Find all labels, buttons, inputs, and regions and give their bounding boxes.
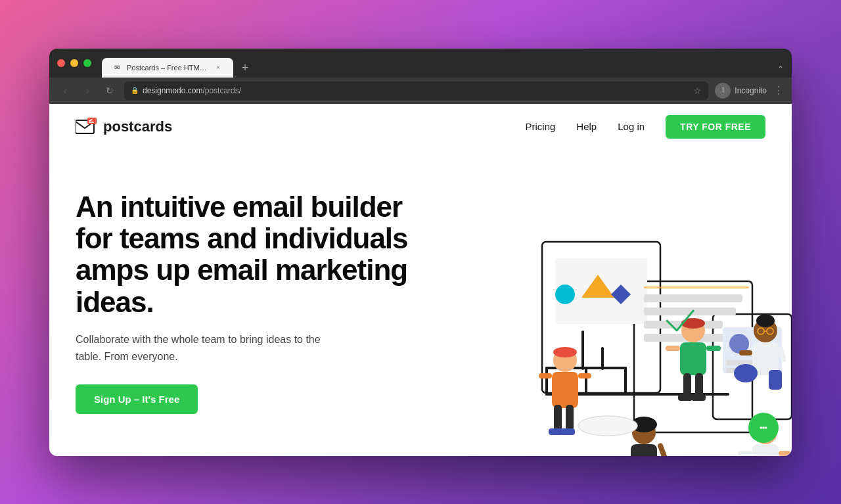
svg-rect-28 xyxy=(552,372,578,408)
svg-rect-42 xyxy=(666,346,680,351)
svg-point-51 xyxy=(756,314,775,327)
svg-rect-21 xyxy=(585,367,587,396)
svg-point-27 xyxy=(553,347,577,357)
svg-rect-40 xyxy=(678,394,693,401)
browser-tab[interactable]: ✉ Postcards – Free HTML Email × xyxy=(102,58,233,78)
traffic-lights xyxy=(57,59,91,67)
chat-icon xyxy=(756,421,771,435)
lock-icon: 🔒 xyxy=(131,87,139,94)
svg-rect-57 xyxy=(769,370,782,390)
svg-rect-34 xyxy=(578,373,591,378)
svg-rect-43 xyxy=(706,346,721,351)
tab-favicon: ✉ xyxy=(112,63,122,72)
svg-rect-1 xyxy=(87,118,97,124)
forward-button[interactable]: › xyxy=(80,83,95,99)
bookmark-button[interactable]: ☆ xyxy=(693,85,702,96)
refresh-button[interactable]: ↻ xyxy=(102,83,118,99)
address-field[interactable]: 🔒 designmodo.com/postcards/ ☆ xyxy=(124,81,708,100)
svg-rect-14 xyxy=(644,286,749,288)
svg-rect-69 xyxy=(779,451,790,456)
svg-rect-62 xyxy=(752,444,779,456)
svg-rect-30 xyxy=(566,405,574,431)
svg-point-72 xyxy=(760,426,763,429)
login-link[interactable]: Log in xyxy=(618,121,645,132)
svg-rect-46 xyxy=(631,444,657,456)
logo[interactable]: postcards xyxy=(76,118,172,136)
hero-title: An intuitive email builder for teams and… xyxy=(76,191,417,319)
tab-list-chevron[interactable]: ⌃ xyxy=(777,64,784,74)
signup-button[interactable]: Sign Up – It's Free xyxy=(76,384,198,414)
nav-links: Pricing Help Log in TRY FOR FREE xyxy=(526,115,766,139)
address-text: designmodo.com/postcards/ xyxy=(143,86,241,95)
back-button[interactable]: ‹ xyxy=(57,83,73,99)
tab-close-button[interactable]: × xyxy=(214,63,223,72)
hero-content: An intuitive email builder for teams and… xyxy=(76,191,417,415)
logo-text: postcards xyxy=(103,118,172,135)
pricing-link[interactable]: Pricing xyxy=(526,121,556,132)
hero-section: An intuitive email builder for teams and… xyxy=(49,150,792,456)
svg-rect-32 xyxy=(560,428,575,435)
profile-label: Incognito xyxy=(735,86,767,95)
logo-icon xyxy=(76,118,98,136)
minimize-button[interactable] xyxy=(70,59,78,67)
illustration-svg xyxy=(411,150,792,456)
svg-rect-22 xyxy=(624,367,627,396)
svg-rect-20 xyxy=(545,367,548,396)
more-options-button[interactable]: ⋮ xyxy=(773,84,784,97)
svg-rect-68 xyxy=(738,451,752,456)
browser-window: ✉ Postcards – Free HTML Email × + ⌃ ‹ › … xyxy=(49,49,792,456)
avatar: I xyxy=(715,83,731,99)
hero-illustration xyxy=(411,150,792,456)
svg-point-73 xyxy=(762,426,765,429)
new-tab-button[interactable]: + xyxy=(236,59,254,78)
try-free-button[interactable]: TRY FOR FREE xyxy=(666,115,765,139)
svg-rect-41 xyxy=(691,394,706,401)
svg-rect-33 xyxy=(539,373,552,378)
svg-rect-58 xyxy=(739,350,752,355)
page-content: postcards Pricing Help Log in TRY FOR FR… xyxy=(49,104,792,456)
svg-point-7 xyxy=(555,285,575,304)
hero-subtitle: Collaborate with the whole team to bring… xyxy=(76,331,325,365)
svg-point-56 xyxy=(734,364,758,382)
maximize-button[interactable] xyxy=(83,59,91,67)
svg-point-74 xyxy=(765,426,767,429)
svg-rect-49 xyxy=(657,442,670,456)
svg-rect-24 xyxy=(581,331,584,370)
site-nav: postcards Pricing Help Log in TRY FOR FR… xyxy=(49,104,792,150)
svg-rect-37 xyxy=(680,342,706,375)
svg-point-70 xyxy=(578,416,637,436)
chat-button[interactable] xyxy=(748,413,779,443)
titlebar: ✉ Postcards – Free HTML Email × + ⌃ xyxy=(49,49,792,78)
svg-rect-25 xyxy=(601,347,604,370)
tab-label: Postcards – Free HTML Email xyxy=(127,64,208,72)
svg-rect-29 xyxy=(554,405,562,431)
profile-area: I Incognito xyxy=(715,83,767,99)
svg-rect-9 xyxy=(644,294,742,302)
help-link[interactable]: Help xyxy=(576,121,597,132)
close-button[interactable] xyxy=(57,59,65,67)
addressbar: ‹ › ↻ 🔒 designmodo.com/postcards/ ☆ I In… xyxy=(49,78,792,104)
